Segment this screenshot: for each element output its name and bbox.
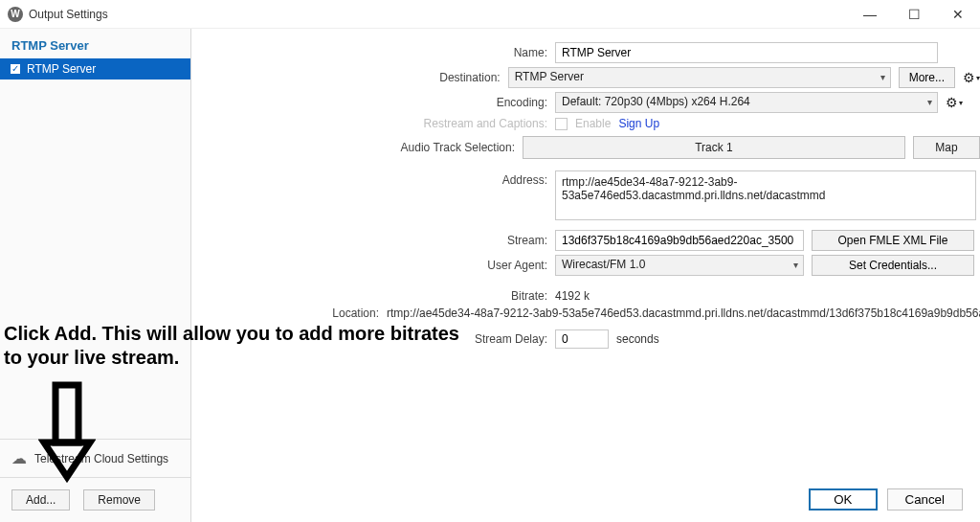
map-button[interactable]: Map [913,136,980,159]
remove-button[interactable]: Remove [83,489,155,511]
location-value: rtmp://ae45de34-48a7-9212-3ab9-53a5e746e… [387,306,980,320]
stream-label: Stream: [191,234,555,247]
name-label: Name: [191,46,555,59]
minimize-button[interactable]: — [848,0,892,29]
destination-label: Destination: [191,71,508,84]
chevron-down-icon: ▾ [927,97,932,107]
encoding-select[interactable]: Default: 720p30 (4Mbps) x264 H.264▾ [555,92,938,113]
bitrate-value: 4192 k [555,289,590,303]
signup-link[interactable]: Sign Up [618,117,659,130]
cloud-settings-label: Telestream Cloud Settings [34,452,168,465]
dialog-footer: OK Cancel [809,488,963,511]
chevron-down-icon: ▾ [880,72,885,82]
chevron-down-icon: ▾ [793,260,798,270]
user-agent-select[interactable]: Wirecast/FM 1.0▾ [555,255,804,276]
sidebar-header: RTMP Server [0,29,190,58]
checkbox-icon[interactable]: ✓ [10,63,21,75]
name-input[interactable] [555,42,938,63]
telestream-cloud-settings[interactable]: ☁ Telestream Cloud Settings [0,439,190,477]
window-controls: — ☐ ✕ [848,0,980,29]
close-button[interactable]: ✕ [936,0,980,29]
open-fmle-button[interactable]: Open FMLE XML File [812,230,974,251]
window-title: Output Settings [29,8,848,21]
track-button[interactable]: Track 1 [523,136,905,159]
address-input[interactable]: rtmp://ae45de34-48a7-9212-3ab9-53a5e746e… [555,170,976,220]
title-bar: W Output Settings — ☐ ✕ [0,0,980,29]
sidebar-item-label: RTMP Server [27,62,96,76]
sidebar-item-rtmp-server[interactable]: ✓ RTMP Server [0,58,190,79]
cloud-icon: ☁ [11,449,27,467]
bitrate-label: Bitrate: [191,289,555,303]
ok-button[interactable]: OK [809,488,877,511]
stream-delay-input[interactable] [555,329,609,349]
restream-label: Restream and Captions: [191,117,555,130]
app-logo-icon: W [8,7,23,22]
set-credentials-button[interactable]: Set Credentials... [812,255,974,276]
settings-pane: Name: Destination: RTMP Server▾ More... … [191,29,980,522]
address-label: Address: [191,170,555,187]
seconds-label: seconds [616,332,659,346]
more-button[interactable]: More... [899,67,955,88]
enable-checkbox[interactable] [555,118,568,130]
add-button[interactable]: Add... [11,489,70,511]
gear-icon[interactable]: ⚙▾ [963,70,980,85]
sidebar: RTMP Server ✓ RTMP Server ☁ Telestream C… [0,29,191,522]
destination-select[interactable]: RTMP Server▾ [508,67,891,88]
maximize-button[interactable]: ☐ [892,0,936,29]
enable-label: Enable [575,117,611,130]
gear-icon[interactable]: ⚙▾ [946,95,963,110]
stream-input[interactable] [555,230,804,251]
audio-track-label: Audio Track Selection: [191,141,523,154]
location-label: Location: [191,306,387,320]
encoding-label: Encoding: [191,96,555,109]
cancel-button[interactable]: Cancel [887,488,964,511]
stream-delay-label: Stream Delay: [191,332,555,346]
user-agent-label: User Agent: [191,259,555,272]
